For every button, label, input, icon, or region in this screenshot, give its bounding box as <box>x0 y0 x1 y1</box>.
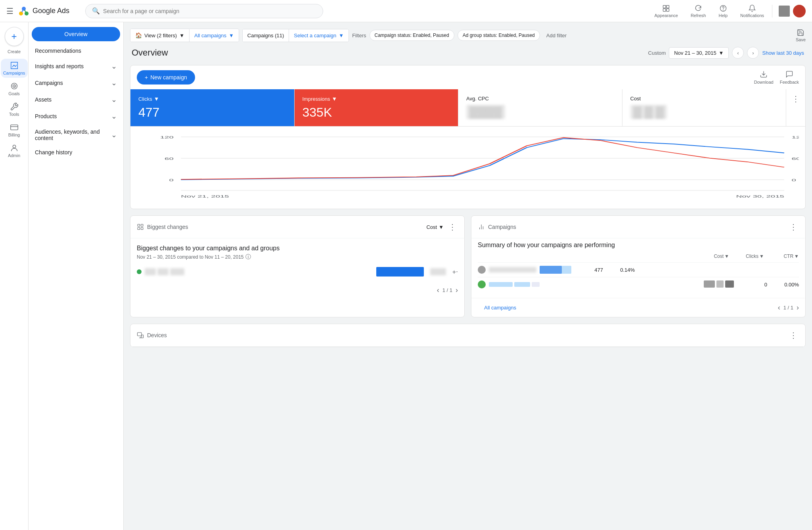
info-icon[interactable]: ⓘ <box>245 253 251 261</box>
left-nav: Overview Recommendations Insights and re… <box>29 22 124 530</box>
camp-bar-1 <box>540 266 571 274</box>
svg-point-0 <box>19 12 23 15</box>
campaigns-summary-header: Campaigns ⋮ <box>471 216 805 238</box>
svg-rect-7 <box>663 8 666 11</box>
account-box[interactable] <box>779 6 790 17</box>
change-expand[interactable]: +⋅ <box>452 268 458 276</box>
search-bar[interactable]: 🔍 <box>85 4 323 18</box>
svg-text:60K: 60K <box>791 156 799 160</box>
biggest-changes-more[interactable]: ⋮ <box>447 221 458 233</box>
notifications-button[interactable]: Notifications <box>735 3 769 19</box>
refresh-icon <box>694 4 702 12</box>
help-button[interactable]: Help <box>714 3 732 19</box>
refresh-button[interactable]: Refresh <box>686 3 711 19</box>
sidebar-goals[interactable]: Goals <box>1 79 28 98</box>
campaigns-summary-card: Campaigns ⋮ Summary of how your campaign… <box>471 215 806 317</box>
svg-point-16 <box>13 145 15 148</box>
all-campaigns-button[interactable]: All campaigns ▼ <box>189 29 239 42</box>
create-button[interactable]: + <box>5 27 24 46</box>
campaigns-nav-section[interactable]: Campaigns ⌄ <box>29 74 123 90</box>
sidebar-tools[interactable]: Tools <box>1 100 28 119</box>
select-campaign-button[interactable]: Select a campaign ▼ <box>289 29 349 42</box>
sidebar-billing[interactable]: Billing <box>1 121 28 140</box>
metrics-more-icon[interactable]: ⋮ <box>792 94 800 104</box>
prev-page-button[interactable]: ‹ <box>437 286 439 294</box>
date-picker[interactable]: Nov 21 – 30, 2015 ▼ <box>669 47 729 59</box>
camp-ctr-1: 0.14% <box>603 267 635 273</box>
cost-dropdown[interactable]: Cost ▼ <box>426 224 444 230</box>
create-label: Create <box>8 49 21 54</box>
save-button[interactable]: Save <box>796 29 806 42</box>
download-button[interactable]: Download <box>754 70 774 84</box>
svg-line-4 <box>25 10 26 12</box>
date-prev-button[interactable]: ‹ <box>732 47 744 59</box>
filter-chip-2-label: Ad group status: Enabled, Paused <box>463 33 535 38</box>
metrics-more[interactable]: ⋮ <box>786 89 805 126</box>
download-label: Download <box>754 80 774 84</box>
user-avatar[interactable] <box>793 5 806 17</box>
sidebar-campaigns[interactable]: Campaigns <box>1 59 28 78</box>
separator <box>772 5 772 17</box>
devices-icon <box>137 332 144 339</box>
select-campaign-arrow: ▼ <box>339 33 344 38</box>
camp-bar-small-dark-2 <box>716 280 724 288</box>
campaigns-icon <box>10 61 19 70</box>
sidebar-admin[interactable]: Admin <box>1 141 28 160</box>
cost-col-header[interactable]: Cost ▼ <box>697 253 729 259</box>
search-input[interactable] <box>103 8 316 14</box>
impressions-dropdown[interactable]: ▼ <box>332 96 337 102</box>
feedback-button[interactable]: Feedback <box>780 70 799 84</box>
svg-text:120: 120 <box>160 134 174 139</box>
changes-row: +⋅ <box>137 267 458 277</box>
svg-point-10 <box>723 10 723 10</box>
products-chevron: ⌄ <box>111 112 117 121</box>
campaign-row-2: 0 0.00% <box>478 277 799 292</box>
hamburger-icon[interactable]: ☰ <box>6 6 13 16</box>
date-range-text: Nov 21 – 30, 2015 <box>674 50 716 56</box>
overview-card: + New campaign Download Feedback <box>130 65 806 209</box>
appearance-icon <box>662 4 670 12</box>
view-dropdown-arrow: ▼ <box>179 33 184 38</box>
filters-label: Filters <box>352 33 366 38</box>
view-filter-button[interactable]: 🏠 View (2 filters) ▼ <box>130 29 189 42</box>
devices-more[interactable]: ⋮ <box>788 329 799 342</box>
svg-rect-37 <box>138 332 142 336</box>
campaign-selector[interactable]: 🏠 View (2 filters) ▼ All campaigns ▼ <box>130 29 239 42</box>
change-history-section[interactable]: Change history <box>29 144 123 159</box>
svg-rect-32 <box>138 228 140 230</box>
change-label-blurred-3 <box>170 268 184 275</box>
clicks-dropdown[interactable]: ▼ <box>154 96 159 102</box>
new-campaign-button[interactable]: + New campaign <box>137 70 195 84</box>
products-section[interactable]: Products ⌄ <box>29 107 123 124</box>
all-campaigns-link[interactable]: All campaigns <box>478 301 523 314</box>
add-filter-button[interactable]: Add filter <box>543 30 570 41</box>
svg-line-3 <box>22 10 23 12</box>
campaigns-count-label: Campaigns (11) <box>243 29 289 42</box>
filter-chip-1[interactable]: Campaign status: Enabled, Paused <box>370 30 454 41</box>
date-next-button[interactable]: › <box>747 47 759 59</box>
camp-bar-inner-1 <box>540 266 562 274</box>
ctr-col-header[interactable]: CTR ▼ <box>767 253 799 259</box>
filter-chip-2[interactable]: Ad group status: Enabled, Paused <box>458 30 540 41</box>
assets-chevron: ⌄ <box>111 95 117 104</box>
camp-next-page[interactable]: › <box>797 303 799 312</box>
next-page-button[interactable]: › <box>456 286 458 294</box>
clicks-col-header[interactable]: Clicks ▼ <box>732 253 764 259</box>
recommendations-section[interactable]: Recommendations <box>29 43 123 57</box>
campaigns-summary-title-area: Campaigns <box>478 223 516 230</box>
overview-nav-button[interactable]: Overview <box>32 27 120 41</box>
billing-icon <box>10 123 19 132</box>
insights-section[interactable]: Insights and reports ⌄ <box>29 57 123 74</box>
all-campaigns-label: All campaigns <box>194 33 226 38</box>
assets-section[interactable]: Assets ⌄ <box>29 90 123 107</box>
campaigns-count-selector[interactable]: Campaigns (11) Select a campaign ▼ <box>242 29 349 42</box>
change-bar-blue <box>376 267 424 277</box>
show-30-days-button[interactable]: Show last 30 days <box>762 50 804 56</box>
audiences-section[interactable]: Audiences, keywords, and content ⌄ <box>29 124 123 144</box>
topnav-right: Appearance Refresh Help Notifications <box>650 3 806 19</box>
camp-prev-page[interactable]: ‹ <box>778 303 780 312</box>
appearance-button[interactable]: Appearance <box>650 3 683 19</box>
save-label: Save <box>796 37 806 42</box>
campaigns-summary-more[interactable]: ⋮ <box>788 221 799 233</box>
insights-chevron: ⌄ <box>111 62 117 71</box>
